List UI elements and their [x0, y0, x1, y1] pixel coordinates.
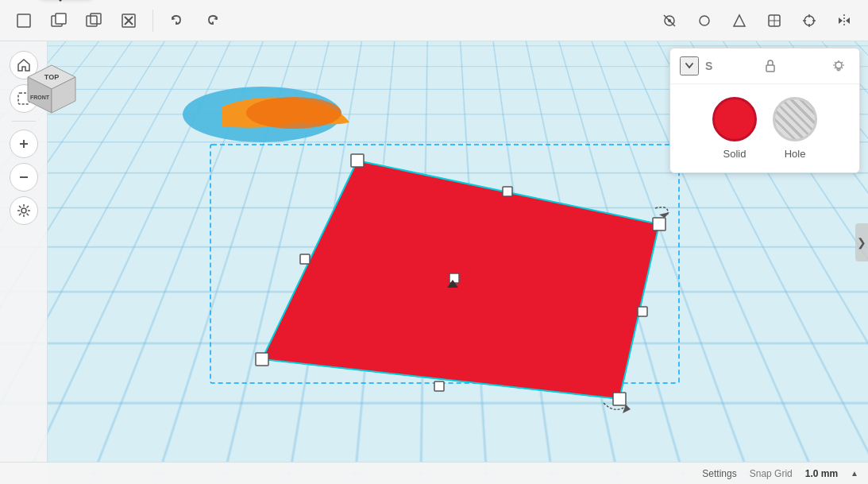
svg-rect-2 — [56, 14, 66, 24]
right-edge-toggle[interactable]: ❯ — [855, 223, 868, 261]
snap-grid-value[interactable]: 1.0 mm — [805, 468, 838, 479]
svg-rect-37 — [256, 353, 268, 366]
toolbar-right — [655, 6, 858, 35]
toolbar-separator-1 — [152, 10, 153, 32]
settings-label[interactable]: Settings — [702, 468, 736, 479]
solid-option[interactable]: Solid — [712, 97, 757, 160]
svg-rect-44 — [766, 65, 774, 72]
svg-rect-41 — [300, 254, 310, 264]
status-bar: Settings Snap Grid 1.0 mm ▲ — [0, 462, 868, 484]
svg-text:FRONT: FRONT — [30, 95, 50, 100]
svg-point-30 — [246, 97, 341, 129]
svg-rect-0 — [17, 14, 30, 27]
panel-body: Solid Hole — [670, 84, 859, 172]
snap-button[interactable] — [795, 6, 824, 35]
solid-circle — [712, 97, 757, 141]
svg-rect-3 — [87, 16, 97, 26]
zoom-in-button[interactable] — [10, 130, 38, 158]
svg-point-23 — [21, 208, 26, 213]
svg-marker-32 — [262, 161, 659, 399]
snap-grid-arrow[interactable]: ▲ — [851, 469, 858, 478]
right-edge-icon: ❯ — [857, 236, 866, 249]
svg-rect-35 — [653, 218, 665, 230]
svg-point-9 — [700, 16, 709, 25]
top-toolbar — [0, 0, 868, 41]
svg-rect-39 — [638, 307, 647, 316]
svg-rect-36 — [613, 393, 626, 405]
copy-stamp-button[interactable] — [44, 6, 73, 35]
lock-button[interactable] — [759, 55, 781, 77]
panel-collapse-button[interactable] — [680, 56, 699, 76]
svg-rect-42 — [449, 273, 459, 283]
svg-line-8 — [664, 15, 675, 26]
undo-button[interactable] — [163, 6, 191, 35]
svg-point-45 — [835, 62, 842, 68]
svg-rect-38 — [503, 187, 512, 196]
solid-label: Solid — [723, 148, 746, 160]
redo-button[interactable] — [198, 6, 226, 35]
settings-button[interactable] — [10, 196, 38, 225]
svg-rect-4 — [91, 14, 101, 24]
hole-option[interactable]: Hole — [773, 97, 817, 160]
delete-button[interactable] — [114, 6, 143, 35]
mirror-button[interactable] — [830, 6, 858, 35]
hide-button[interactable] — [655, 6, 684, 35]
view-3d-button[interactable] — [760, 6, 789, 35]
view-light-button[interactable] — [690, 6, 719, 35]
view-shape-button[interactable] — [725, 6, 754, 35]
right-panel: S Solid Hole — [669, 48, 860, 173]
duplicate-button[interactable] — [79, 6, 108, 35]
hole-label: Hole — [785, 148, 806, 160]
svg-text:TOP: TOP — [44, 73, 59, 81]
new-button[interactable] — [10, 6, 38, 35]
snap-grid-label: Snap Grid — [750, 468, 793, 479]
panel-header: S — [670, 48, 859, 84]
zoom-out-button[interactable] — [10, 163, 38, 192]
plane-object — [159, 83, 365, 189]
light-button[interactable] — [827, 55, 850, 77]
panel-title: S — [705, 60, 712, 72]
orientation-cube[interactable]: TOP FRONT — [8, 49, 90, 131]
svg-rect-40 — [434, 381, 444, 391]
hole-circle — [773, 97, 817, 141]
